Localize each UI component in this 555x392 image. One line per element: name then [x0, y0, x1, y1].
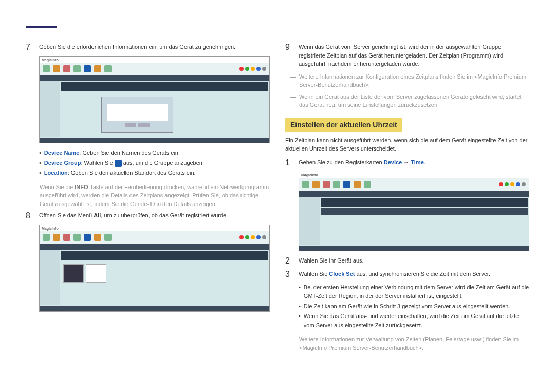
step-text: Wählen Sie Ihr Gerät aus.	[299, 256, 529, 266]
bullet-list: Device Name: Geben Sie den Namen des Ger…	[39, 148, 270, 178]
screenshot-dialog	[101, 97, 173, 133]
step-9: 9 Wenn das Gerät vom Server genehmigt is…	[285, 43, 529, 68]
step-text: Geben Sie die erforderlichen Information…	[39, 43, 270, 52]
screenshot-device-time: MagicInfo	[299, 172, 529, 251]
note-info-key: Wenn Sie die INFO-Taste auf der Fernbedi…	[31, 183, 270, 209]
label: Device Name	[44, 150, 80, 156]
screenshot-toolbar	[299, 178, 529, 191]
screenshot-logo: MagicInfo	[301, 173, 318, 177]
bullet-list-right: Bei der ersten Herstellung einer Verbind…	[299, 283, 529, 330]
step-number: 3	[285, 270, 293, 279]
chapter-rule	[26, 26, 57, 28]
screenshot-toolbar	[40, 63, 269, 75]
note-device-deleted: Wenn ein Gerät aus der Liste der vom Ser…	[290, 92, 529, 109]
step-2: 2 Wählen Sie Ihr Gerät aus.	[285, 256, 529, 266]
right-column: 9 Wenn das Gerät vom Server genehmigt is…	[285, 43, 529, 355]
step-8: 8 Öffnen Sie das Menü All, um zu überprü…	[26, 211, 270, 220]
screenshot-logo: MagicInfo	[42, 58, 59, 62]
bullet-step3: Die Zeit kann am Gerät wie in Schritt 3 …	[299, 302, 529, 311]
bullet-device-group: Device Group: Wählen Sie ⋯ aus, um die G…	[39, 159, 270, 168]
step-number: 1	[285, 158, 293, 167]
step-text: Wählen Sie Clock Set aus, und synchronis…	[299, 270, 529, 279]
ellipsis-icon: ⋯	[115, 160, 122, 167]
step-text: Öffnen Sie das Menü All, um zu überprüfe…	[39, 211, 270, 220]
bullet-gmt: Bei der ersten Herstellung einer Verbind…	[299, 283, 529, 301]
bullet-powercycle: Wenn Sie das Gerät aus- und wieder einsc…	[299, 312, 529, 330]
label: Location	[44, 170, 68, 176]
screenshot-approve-device: MagicInfo	[39, 56, 270, 143]
step-text: Wenn das Gerät vom Server genehmigt ist,…	[299, 43, 529, 68]
step-text: Gehen Sie zu den Registerkarten Device →…	[299, 158, 529, 167]
horizontal-rule	[26, 32, 529, 32]
section-heading: Einstellen der aktuellen Uhrzeit	[285, 118, 402, 132]
screenshot-all-menu: MagicInfo	[39, 225, 270, 312]
note-time-management: Weitere Informationen zur Verwaltung von…	[290, 335, 529, 352]
bullet-location: Location: Geben Sie den aktuellen Stando…	[39, 169, 270, 178]
note-schedule-config: Weitere Informationen zur Konfiguration …	[290, 72, 529, 89]
screenshot-toolbar	[40, 231, 269, 244]
screenshot-thumbnails	[60, 261, 269, 286]
bullet-device-name: Device Name: Geben Sie den Namen des Ger…	[39, 148, 270, 158]
step-number: 8	[26, 211, 34, 220]
section-intro: Ein Zeitplan kann nicht ausgeführt werde…	[285, 136, 529, 153]
step-1: 1 Gehen Sie zu den Registerkarten Device…	[285, 158, 529, 167]
step-3: 3 Wählen Sie Clock Set aus, und synchron…	[285, 270, 529, 279]
label: Device Group	[44, 160, 81, 166]
two-column-layout: 7 Geben Sie die erforderlichen Informati…	[26, 43, 529, 355]
step-number: 7	[26, 43, 34, 52]
screenshot-logo: MagicInfo	[42, 227, 59, 230]
step-number: 9	[285, 43, 293, 68]
step-7: 7 Geben Sie die erforderlichen Informati…	[26, 43, 270, 52]
page: 7 Geben Sie die erforderlichen Informati…	[0, 0, 555, 355]
step-number: 2	[285, 256, 293, 266]
left-column: 7 Geben Sie die erforderlichen Informati…	[26, 43, 270, 355]
